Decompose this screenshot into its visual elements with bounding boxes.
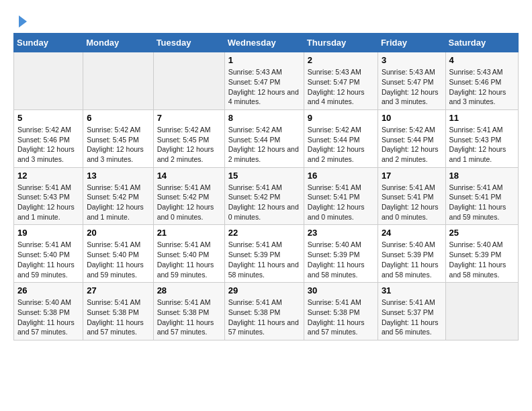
logo-text (13, 13, 30, 29)
calendar-cell: 7Sunrise: 5:42 AMSunset: 5:45 PMDaylight… (153, 109, 224, 167)
day-info: Sunrise: 5:42 AMSunset: 5:44 PMDaylight:… (228, 125, 300, 165)
day-number: 3 (382, 55, 442, 65)
day-info: Sunrise: 5:40 AMSunset: 5:39 PMDaylight:… (308, 240, 374, 279)
calendar-cell: 3Sunrise: 5:43 AMSunset: 5:47 PMDaylight… (378, 52, 445, 110)
day-info: Sunrise: 5:41 AMSunset: 5:42 PMDaylight:… (87, 183, 149, 222)
day-info: Sunrise: 5:41 AMSunset: 5:41 PMDaylight:… (449, 183, 515, 222)
day-info: Sunrise: 5:41 AMSunset: 5:40 PMDaylight:… (17, 240, 79, 279)
day-number: 18 (449, 171, 515, 181)
calendar-cell (14, 52, 83, 110)
day-info: Sunrise: 5:42 AMSunset: 5:45 PMDaylight:… (87, 125, 149, 165)
calendar-cell: 17Sunrise: 5:41 AMSunset: 5:41 PMDayligh… (378, 167, 445, 225)
day-number: 4 (449, 55, 515, 65)
day-number: 11 (449, 113, 515, 123)
day-info: Sunrise: 5:41 AMSunset: 5:43 PMDaylight:… (449, 125, 515, 165)
day-info: Sunrise: 5:40 AMSunset: 5:39 PMDaylight:… (382, 240, 442, 279)
day-number: 30 (308, 285, 374, 295)
day-info: Sunrise: 5:42 AMSunset: 5:46 PMDaylight:… (17, 125, 79, 165)
day-number: 14 (157, 171, 221, 181)
weekday-header-monday: Monday (83, 34, 153, 52)
day-info: Sunrise: 5:41 AMSunset: 5:37 PMDaylight:… (382, 298, 442, 337)
calendar-cell: 23Sunrise: 5:40 AMSunset: 5:39 PMDayligh… (304, 225, 378, 283)
day-info: Sunrise: 5:42 AMSunset: 5:44 PMDaylight:… (308, 125, 374, 165)
calendar-table: SundayMondayTuesdayWednesdayThursdayFrid… (13, 33, 519, 340)
calendar-week-4: 19Sunrise: 5:41 AMSunset: 5:40 PMDayligh… (14, 225, 519, 283)
day-number: 29 (228, 285, 300, 295)
day-info: Sunrise: 5:42 AMSunset: 5:44 PMDaylight:… (382, 125, 442, 165)
day-number: 1 (228, 55, 300, 65)
page-header (13, 13, 519, 26)
day-info: Sunrise: 5:41 AMSunset: 5:40 PMDaylight:… (87, 240, 149, 279)
day-number: 19 (17, 228, 79, 238)
calendar-cell: 13Sunrise: 5:41 AMSunset: 5:42 PMDayligh… (83, 167, 153, 225)
calendar-cell: 6Sunrise: 5:42 AMSunset: 5:45 PMDaylight… (83, 109, 153, 167)
day-info: Sunrise: 5:43 AMSunset: 5:47 PMDaylight:… (228, 67, 300, 107)
weekday-header-thursday: Thursday (304, 34, 378, 52)
calendar-cell: 28Sunrise: 5:41 AMSunset: 5:38 PMDayligh… (153, 283, 224, 340)
day-info: Sunrise: 5:42 AMSunset: 5:45 PMDaylight:… (157, 125, 221, 165)
day-number: 10 (382, 113, 442, 123)
logo-icon (15, 14, 30, 29)
day-number: 12 (17, 171, 79, 181)
weekday-header-friday: Friday (378, 34, 445, 52)
calendar-week-5: 26Sunrise: 5:40 AMSunset: 5:38 PMDayligh… (14, 283, 519, 340)
weekday-header-tuesday: Tuesday (153, 34, 224, 52)
calendar-cell: 18Sunrise: 5:41 AMSunset: 5:41 PMDayligh… (445, 167, 518, 225)
calendar-cell (153, 52, 224, 110)
weekday-header-sunday: Sunday (14, 34, 83, 52)
calendar-cell: 20Sunrise: 5:41 AMSunset: 5:40 PMDayligh… (83, 225, 153, 283)
calendar-cell: 29Sunrise: 5:41 AMSunset: 5:38 PMDayligh… (224, 283, 304, 340)
calendar-cell: 21Sunrise: 5:41 AMSunset: 5:40 PMDayligh… (153, 225, 224, 283)
day-number: 24 (382, 228, 442, 238)
day-number: 20 (87, 228, 149, 238)
calendar-cell (83, 52, 153, 110)
day-number: 15 (228, 171, 300, 181)
day-number: 17 (382, 171, 442, 181)
logo (13, 13, 30, 26)
calendar-week-2: 5Sunrise: 5:42 AMSunset: 5:46 PMDaylight… (14, 109, 519, 167)
calendar-header-row: SundayMondayTuesdayWednesdayThursdayFrid… (14, 34, 519, 52)
day-info: Sunrise: 5:40 AMSunset: 5:39 PMDaylight:… (449, 240, 515, 279)
calendar-cell: 30Sunrise: 5:41 AMSunset: 5:38 PMDayligh… (304, 283, 378, 340)
day-info: Sunrise: 5:43 AMSunset: 5:47 PMDaylight:… (308, 67, 374, 107)
calendar-week-3: 12Sunrise: 5:41 AMSunset: 5:43 PMDayligh… (14, 167, 519, 225)
calendar-cell: 22Sunrise: 5:41 AMSunset: 5:39 PMDayligh… (224, 225, 304, 283)
calendar-cell: 26Sunrise: 5:40 AMSunset: 5:38 PMDayligh… (14, 283, 83, 340)
day-info: Sunrise: 5:41 AMSunset: 5:39 PMDaylight:… (228, 240, 300, 279)
day-number: 27 (87, 285, 149, 295)
day-info: Sunrise: 5:41 AMSunset: 5:38 PMDaylight:… (157, 298, 221, 337)
day-info: Sunrise: 5:40 AMSunset: 5:38 PMDaylight:… (17, 298, 79, 337)
day-info: Sunrise: 5:43 AMSunset: 5:47 PMDaylight:… (382, 67, 442, 107)
calendar-cell: 1Sunrise: 5:43 AMSunset: 5:47 PMDaylight… (224, 52, 304, 110)
day-number: 6 (87, 113, 149, 123)
day-number: 25 (449, 228, 515, 238)
day-info: Sunrise: 5:41 AMSunset: 5:38 PMDaylight:… (228, 298, 300, 337)
calendar-cell: 9Sunrise: 5:42 AMSunset: 5:44 PMDaylight… (304, 109, 378, 167)
calendar-cell: 25Sunrise: 5:40 AMSunset: 5:39 PMDayligh… (445, 225, 518, 283)
calendar-cell: 31Sunrise: 5:41 AMSunset: 5:37 PMDayligh… (378, 283, 445, 340)
calendar-cell: 5Sunrise: 5:42 AMSunset: 5:46 PMDaylight… (14, 109, 83, 167)
calendar-cell: 15Sunrise: 5:41 AMSunset: 5:42 PMDayligh… (224, 167, 304, 225)
day-info: Sunrise: 5:43 AMSunset: 5:46 PMDaylight:… (449, 67, 515, 107)
day-number: 8 (228, 113, 300, 123)
day-number: 7 (157, 113, 221, 123)
calendar-cell: 12Sunrise: 5:41 AMSunset: 5:43 PMDayligh… (14, 167, 83, 225)
day-info: Sunrise: 5:41 AMSunset: 5:38 PMDaylight:… (87, 298, 149, 337)
day-info: Sunrise: 5:41 AMSunset: 5:38 PMDaylight:… (308, 298, 374, 337)
calendar-cell: 14Sunrise: 5:41 AMSunset: 5:42 PMDayligh… (153, 167, 224, 225)
day-info: Sunrise: 5:41 AMSunset: 5:41 PMDaylight:… (382, 183, 442, 222)
calendar-cell: 10Sunrise: 5:42 AMSunset: 5:44 PMDayligh… (378, 109, 445, 167)
calendar-cell: 2Sunrise: 5:43 AMSunset: 5:47 PMDaylight… (304, 52, 378, 110)
calendar-week-1: 1Sunrise: 5:43 AMSunset: 5:47 PMDaylight… (14, 52, 519, 110)
day-info: Sunrise: 5:41 AMSunset: 5:42 PMDaylight:… (157, 183, 221, 222)
calendar-cell: 16Sunrise: 5:41 AMSunset: 5:41 PMDayligh… (304, 167, 378, 225)
calendar-cell: 11Sunrise: 5:41 AMSunset: 5:43 PMDayligh… (445, 109, 518, 167)
calendar-cell: 24Sunrise: 5:40 AMSunset: 5:39 PMDayligh… (378, 225, 445, 283)
calendar-cell: 8Sunrise: 5:42 AMSunset: 5:44 PMDaylight… (224, 109, 304, 167)
day-info: Sunrise: 5:41 AMSunset: 5:41 PMDaylight:… (308, 183, 374, 222)
day-info: Sunrise: 5:41 AMSunset: 5:43 PMDaylight:… (17, 183, 79, 222)
day-number: 5 (17, 113, 79, 123)
day-number: 16 (308, 171, 374, 181)
day-info: Sunrise: 5:41 AMSunset: 5:40 PMDaylight:… (157, 240, 221, 279)
day-number: 2 (308, 55, 374, 65)
